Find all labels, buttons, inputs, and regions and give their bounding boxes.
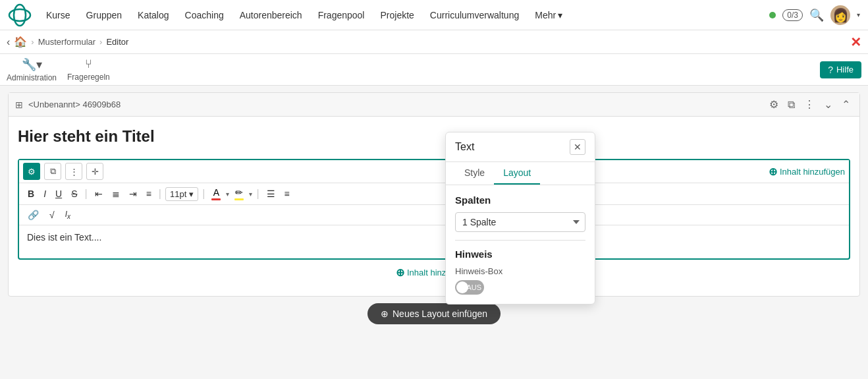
new-layout-row: ⊕ Neues Layout einfügen bbox=[8, 303, 860, 324]
highlight-color-button[interactable]: ✏ bbox=[232, 186, 246, 202]
logo[interactable] bbox=[8, 3, 32, 27]
link-button[interactable]: 🔗 bbox=[24, 208, 42, 222]
toggle-row: AUS bbox=[455, 280, 585, 295]
font-size-value: 11pt bbox=[170, 189, 186, 199]
section-collapse-button[interactable]: ⌄ bbox=[821, 97, 835, 112]
admin-label: Administration bbox=[7, 73, 57, 82]
text-panel: Text ✕ Style Layout Spalten 1 Spalte Hin… bbox=[445, 132, 595, 305]
rules-label: Frageregeln bbox=[67, 73, 110, 82]
ce-more-button[interactable]: ⋮ bbox=[65, 163, 82, 180]
avatar-image: 👩 bbox=[832, 7, 849, 23]
hint-section-label: Hinweis bbox=[455, 248, 585, 260]
section-header: ⊞ <Unbenannt> 46909b68 ⚙ ⧉ ⋮ ⌄ ⌃ bbox=[9, 93, 859, 117]
highlight-color-swatch bbox=[234, 198, 244, 200]
bullet-list-button[interactable]: ☰ bbox=[263, 187, 279, 201]
nav-autorenbereich[interactable]: Autorenbereich bbox=[233, 6, 309, 24]
plus-icon-bottom: ⊕ bbox=[396, 266, 404, 279]
font-color-swatch bbox=[211, 198, 221, 200]
rules-icon: ⑂ bbox=[85, 57, 92, 71]
columns-select[interactable]: 1 Spalte bbox=[455, 212, 585, 232]
ce-copy-button[interactable]: ⧉ bbox=[44, 163, 61, 180]
text-panel-header: Text ✕ bbox=[446, 132, 595, 162]
add-content-right-label: Inhalt hinzufügen bbox=[780, 167, 845, 177]
text-content-element: ⚙ ⧉ ⋮ ✛ ⊕ Inhalt hinzufügen B I U bbox=[18, 159, 850, 260]
underline-button[interactable]: U bbox=[52, 187, 65, 201]
admin-toolbar-item[interactable]: 🔧▾ Administration bbox=[7, 57, 57, 82]
align-center-button[interactable]: ≣ bbox=[109, 187, 123, 201]
nav-katalog[interactable]: Katalog bbox=[131, 6, 175, 24]
math-button[interactable]: √ bbox=[46, 208, 58, 222]
font-color-chevron-icon[interactable]: ▾ bbox=[226, 190, 229, 198]
nav-kurse[interactable]: Kurse bbox=[40, 6, 77, 24]
align-left-button[interactable]: ⇤ bbox=[92, 187, 106, 201]
hint-box-toggle[interactable]: AUS bbox=[455, 280, 484, 295]
nav-gruppen[interactable]: Gruppen bbox=[80, 6, 128, 24]
section-settings-button[interactable]: ⚙ bbox=[767, 97, 781, 112]
breadcrumb-separator-2: › bbox=[99, 37, 102, 47]
section-more-button[interactable]: ⋮ bbox=[801, 97, 817, 112]
help-label: Hilfe bbox=[836, 65, 854, 74]
nav-fragenpool[interactable]: Fragenpool bbox=[312, 6, 371, 24]
add-content-right-button[interactable]: ⊕ Inhalt hinzufügen bbox=[769, 165, 845, 178]
highlight-chevron-icon[interactable]: ▾ bbox=[249, 190, 252, 198]
panel-divider bbox=[455, 240, 585, 241]
toggle-off-label: AUS bbox=[466, 283, 481, 291]
format-sep-1: | bbox=[84, 188, 87, 200]
ce-settings-button[interactable]: ⚙ bbox=[23, 163, 40, 180]
plus-icon-layout: ⊕ bbox=[381, 308, 389, 319]
plus-icon: ⊕ bbox=[769, 165, 777, 178]
strikethrough-button[interactable]: S bbox=[68, 187, 80, 201]
columns-section-label: Spalten bbox=[455, 194, 585, 206]
avatar[interactable]: 👩 bbox=[830, 5, 850, 25]
font-size-chevron-icon: ▾ bbox=[189, 189, 194, 199]
breadcrumb-musterformular[interactable]: Musterformular bbox=[38, 37, 95, 47]
text-content-area[interactable]: Dies ist ein Text.... bbox=[19, 225, 849, 258]
avatar-chevron-icon[interactable]: ▾ bbox=[857, 11, 860, 18]
clear-format-button[interactable]: Ix bbox=[62, 208, 74, 222]
nav-projekte[interactable]: Projekte bbox=[373, 6, 420, 24]
section-block: ⊞ <Unbenannt> 46909b68 ⚙ ⧉ ⋮ ⌄ ⌃ Hier st… bbox=[8, 92, 860, 297]
format-sep-4: | bbox=[256, 188, 259, 200]
font-size-select[interactable]: 11pt ▾ bbox=[165, 187, 198, 201]
svg-point-1 bbox=[14, 5, 26, 26]
text-panel-close-button[interactable]: ✕ bbox=[570, 139, 585, 155]
ce-drag-button[interactable]: ✛ bbox=[86, 163, 103, 180]
tab-style[interactable]: Style bbox=[455, 162, 494, 185]
back-button[interactable]: ‹ bbox=[7, 36, 10, 48]
help-button[interactable]: ? Hilfe bbox=[820, 61, 861, 78]
text-panel-title: Text bbox=[455, 141, 474, 153]
new-layout-button[interactable]: ⊕ Neues Layout einfügen bbox=[367, 303, 501, 324]
nav-right: 0/3 🔍 👩 ▾ bbox=[769, 5, 860, 25]
close-button[interactable]: ✕ bbox=[850, 34, 861, 50]
align-justify-button[interactable]: ≡ bbox=[143, 187, 155, 201]
font-color-button[interactable]: A bbox=[209, 186, 223, 202]
font-color-icon: A bbox=[213, 187, 219, 198]
format-sep-2: | bbox=[159, 188, 161, 200]
format-sep-3: | bbox=[202, 188, 205, 200]
bold-button[interactable]: B bbox=[24, 187, 38, 201]
format-toolbar: B I U S | ⇤ ≣ ⇥ ≡ | 11pt ▾ | A bbox=[19, 183, 849, 205]
align-right-button[interactable]: ⇥ bbox=[126, 187, 140, 201]
top-navigation: Kurse Gruppen Katalog Coaching Autorenbe… bbox=[0, 0, 868, 30]
section-copy-button[interactable]: ⧉ bbox=[785, 97, 798, 112]
wrench-icon: 🔧▾ bbox=[22, 57, 42, 72]
nav-mehr[interactable]: Mehr ▾ bbox=[528, 6, 569, 24]
ordered-list-button[interactable]: ≡ bbox=[281, 187, 293, 201]
tab-layout[interactable]: Layout bbox=[494, 162, 540, 185]
nav-curriculum[interactable]: Curriculumverwaltung bbox=[423, 6, 526, 24]
section-id: <Unbenannt> 46909b68 bbox=[28, 100, 761, 109]
svg-point-0 bbox=[9, 9, 30, 21]
section-actions: ⚙ ⧉ ⋮ ⌄ ⌃ bbox=[767, 97, 853, 112]
home-icon[interactable]: 🏠 bbox=[14, 36, 27, 48]
session-counter: 0/3 bbox=[782, 9, 803, 21]
section-grid-icon: ⊞ bbox=[15, 100, 23, 110]
italic-button[interactable]: I bbox=[40, 187, 49, 201]
add-content-row: ⊕ Inhalt hinzufügen bbox=[18, 260, 850, 285]
section-expand-button[interactable]: ⌃ bbox=[839, 97, 853, 112]
highlight-icon: ✏ bbox=[235, 187, 243, 198]
breadcrumb-current: Editor bbox=[106, 37, 128, 47]
new-layout-label: Neues Layout einfügen bbox=[393, 308, 487, 319]
search-icon[interactable]: 🔍 bbox=[809, 8, 824, 22]
nav-coaching[interactable]: Coaching bbox=[178, 6, 231, 24]
rules-toolbar-item[interactable]: ⑂ Frageregeln bbox=[67, 57, 110, 82]
